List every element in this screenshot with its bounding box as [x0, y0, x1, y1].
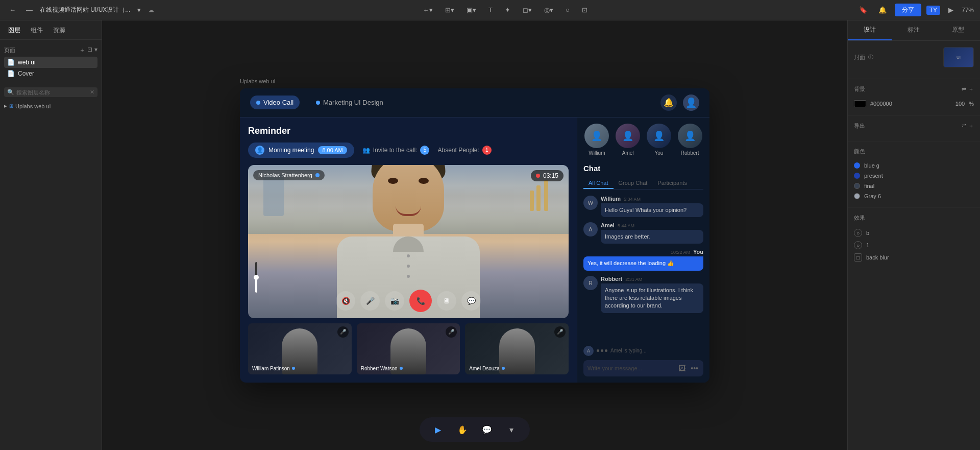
thumb-video-2[interactable]: 🎤 Robbert Watson — [357, 323, 460, 374]
play-icon[interactable]: ▶ — [945, 5, 957, 15]
layer-group-main[interactable]: ▸ ⊞ Uplabs web ui — [4, 101, 97, 111]
button-2 — [407, 265, 410, 268]
chat-input[interactable] — [587, 365, 674, 371]
end-call-button[interactable]: 📞 — [409, 290, 432, 312]
export-icon[interactable]: ⇌ — [962, 86, 966, 92]
minimize-icon[interactable]: — — [23, 5, 36, 15]
cursor-tool[interactable]: ▶ — [430, 421, 446, 438]
volume-slider[interactable] — [255, 262, 257, 293]
participant-avatar-you[interactable]: 👤 — [647, 124, 671, 148]
effect-1[interactable]: ○ 1 — [854, 239, 974, 251]
color-item-blue[interactable]: blue g — [854, 160, 974, 171]
circle-icon[interactable]: ○ — [562, 5, 573, 15]
marketing-tab[interactable]: Marketing UI Design — [310, 96, 389, 109]
layers-tab[interactable]: 图层 — [4, 25, 24, 36]
chat-input-area: 🖼 ••• — [583, 360, 703, 376]
effect-back-blur[interactable]: □ back blur — [854, 251, 974, 264]
cover-title: 封面 ⓘ UI — [854, 47, 974, 67]
meeting-badge[interactable]: 👤 Morning meeting 8.00 AM — [248, 143, 354, 158]
layer-search-input[interactable] — [16, 89, 88, 96]
export-section: 导出 ⇌ ＋ — [848, 116, 980, 141]
close-icon[interactable]: ✕ — [90, 89, 94, 96]
more-options-icon[interactable]: ••• — [690, 363, 699, 373]
thumb-mic-2[interactable]: 🎤 — [446, 326, 457, 338]
color-item-final[interactable]: final — [854, 181, 974, 191]
bg-color-swatch[interactable] — [854, 100, 866, 107]
color-label-final: final — [864, 183, 874, 189]
tab-group-chat[interactable]: Group Chat — [614, 178, 653, 189]
mask-icon[interactable]: ◎▾ — [541, 5, 556, 15]
tab-all-chat[interactable]: All Chat — [583, 178, 614, 189]
volume-button[interactable]: 🔇 — [336, 291, 355, 311]
design-tab[interactable]: 设计 — [848, 20, 892, 40]
layers-panel: 🔍 ✕ ▸ ⊞ Uplabs web ui — [0, 83, 102, 450]
chat-panel: 👤 Willium 👤 Amel — [577, 117, 709, 383]
colors-label: 颜色 — [854, 148, 865, 155]
color-label-present: present — [864, 173, 883, 179]
candle-1 — [544, 180, 548, 211]
participant-amel: 👤 Amel — [616, 124, 640, 156]
pen-icon[interactable]: ✦ — [502, 5, 513, 15]
volume-thumb[interactable] — [254, 275, 259, 280]
participant-avatar-william[interactable]: 👤 — [584, 124, 609, 148]
participant-avatar-amel[interactable]: 👤 — [616, 124, 640, 148]
notification-button[interactable]: 🔔 — [660, 94, 677, 111]
typing-dot-2 — [601, 349, 603, 352]
thumb-video-1[interactable]: 🎤 William Patinson — [248, 323, 352, 374]
camera-button[interactable]: 📷 — [385, 291, 404, 311]
back-icon[interactable]: ← — [6, 5, 19, 15]
share-button[interactable]: 分享 — [895, 4, 921, 16]
hand-tool[interactable]: ✋ — [454, 421, 471, 438]
frame-icon[interactable]: ⊞▾ — [442, 5, 457, 15]
video-controls: 🔇 🎤 📷 📞 🖥 💬 — [336, 290, 481, 312]
page-item-cover[interactable]: 📄 Cover — [4, 68, 97, 79]
msg-bubble-willium: Hello Guys! Whats your opinion? — [601, 203, 703, 217]
avatar-face-amel: 👤 — [616, 124, 640, 148]
annotate-tab[interactable]: 标注 — [892, 20, 936, 40]
thumb-dot-1 — [292, 367, 295, 370]
file-title: 在线视频通话网站 UI/UX设计（... — [40, 6, 130, 14]
thumb-video-3[interactable]: 🎤 Amel Dsouza — [465, 323, 569, 374]
more-tool[interactable]: ▾ — [503, 421, 520, 438]
thumb-mic-1[interactable]: 🎤 — [337, 326, 349, 338]
image-attach-icon[interactable]: 🖼 — [677, 363, 687, 373]
color-item-gray[interactable]: Gray 6 — [854, 191, 974, 201]
typing-text: Amel is typing... — [610, 348, 647, 353]
export-action-icon[interactable]: ⇌ — [962, 122, 966, 130]
page-options-icon[interactable]: ⊡ — [87, 46, 92, 55]
color-item-present[interactable]: present — [854, 171, 974, 181]
user-avatar[interactable]: 👤 — [683, 94, 699, 111]
effect-b[interactable]: ○ b — [854, 227, 974, 239]
tab-participants[interactable]: Participants — [652, 178, 692, 189]
chat-button[interactable]: 💬 — [461, 291, 481, 311]
add-page-icon[interactable]: ＋ — [79, 46, 85, 55]
add-export-icon[interactable]: ＋ — [968, 122, 974, 130]
mic-button[interactable]: 🎤 — [360, 291, 380, 311]
bookmark-icon[interactable]: 🔖 — [856, 5, 870, 15]
screen-icon[interactable]: ▣▾ — [463, 5, 479, 15]
shelf-item — [263, 175, 284, 216]
comment-tool[interactable]: 💬 — [479, 421, 495, 438]
timer-badge: 03:15 — [531, 170, 564, 181]
prototype-tab[interactable]: 原型 — [936, 20, 980, 40]
cover-label: 封面 — [854, 54, 865, 61]
text-icon[interactable]: T — [485, 5, 496, 15]
thumb-label-3: Amel Dsouza — [469, 366, 499, 371]
shape-icon[interactable]: ◻▾ — [520, 5, 535, 15]
add-icon[interactable]: ＋▾ — [420, 4, 436, 16]
bell-icon[interactable]: 🔔 — [875, 5, 890, 15]
page-item-web-ui[interactable]: 📄 web ui — [4, 57, 97, 68]
chat-title: Chat — [583, 164, 703, 173]
components-tab[interactable]: 组件 — [27, 25, 47, 36]
participant-avatar-robbert[interactable]: 👤 — [678, 124, 702, 148]
page-chevron-icon[interactable]: ▾ — [94, 46, 97, 55]
msg-avatar-robbert: R — [583, 276, 598, 290]
dropdown-icon[interactable]: ▾ — [134, 5, 144, 15]
crop-icon[interactable]: ⊡ — [579, 5, 591, 15]
typing-dot-1 — [597, 349, 599, 352]
assets-tab[interactable]: 资源 — [49, 25, 69, 36]
video-call-tab[interactable]: Video Call — [250, 96, 300, 109]
screen-share-button[interactable]: 🖥 — [437, 291, 456, 311]
add-bg-icon[interactable]: ＋ — [968, 85, 974, 93]
thumb-mic-3[interactable]: 🎤 — [554, 326, 566, 338]
